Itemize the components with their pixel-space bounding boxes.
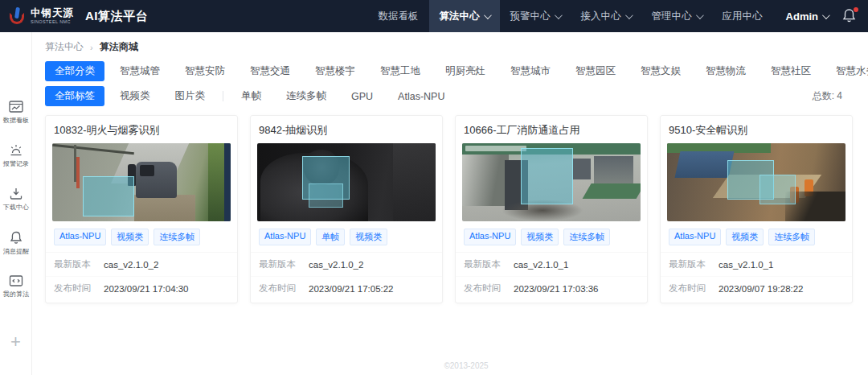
algorithm-preview-image: [462, 143, 641, 221]
publish-time-row: 发布时间 2023/09/21 17:04:30: [46, 277, 237, 303]
sidebar-add-button[interactable]: +: [10, 332, 21, 352]
tag-item[interactable]: 连续多帧: [276, 86, 336, 106]
version-row: 最新版本 cas_v2.1.0_2: [251, 253, 442, 277]
my-algorithms-icon: [9, 274, 23, 287]
publish-time-row: 发布时间 2023/09/21 17:03:36: [456, 277, 647, 303]
tag-chip: 连续多帧: [563, 229, 610, 245]
app-title: AI算法平台: [85, 9, 148, 24]
publish-time-label: 发布时间: [669, 282, 719, 295]
nav-access-center[interactable]: 接入中心: [571, 0, 641, 32]
breadcrumb: 算法中心 › 算法商城: [32, 32, 868, 59]
category-item[interactable]: 明厨亮灶: [436, 61, 495, 81]
tag-item[interactable]: 图片类: [166, 86, 215, 106]
category-item[interactable]: 智慧物流: [696, 61, 755, 81]
algorithm-title: 9510-安全帽识别: [661, 116, 852, 143]
sidebar-item-label: 报警记录: [2, 159, 28, 168]
algorithm-card-smoking[interactable]: 9842-抽烟识别 Atlas-NPU 单帧 视频类 最新版本 cas_v2.1…: [250, 115, 443, 303]
sidebar-item-alarm-records[interactable]: 报警记录: [2, 143, 30, 169]
version-label: 最新版本: [669, 258, 719, 270]
category-filter-row: 全部分类 智慧城管 智慧安防 智慧交通 智慧楼宇 智慧工地 明厨亮灶 智慧城市 …: [32, 59, 868, 84]
brand-logo[interactable]: 中钢天源 SINOSTEEL NMC: [8, 6, 74, 26]
version-value: cas_v2.1.0_1: [719, 260, 773, 270]
nav-label: 预警中心: [510, 0, 551, 32]
nav-label: 管理中心: [652, 0, 692, 32]
tag-item[interactable]: GPU: [342, 88, 383, 105]
user-menu[interactable]: Admin: [786, 10, 828, 23]
breadcrumb-algorithm-center[interactable]: 算法中心: [45, 40, 84, 54]
nav-application-center[interactable]: 应用中心: [712, 0, 773, 32]
nav-data-dashboard[interactable]: 数据看板: [368, 0, 429, 32]
algorithm-preview-image: [667, 143, 845, 221]
category-item[interactable]: 智慧文娱: [631, 61, 690, 81]
tag-chip: 连续多帧: [768, 229, 815, 245]
total-count-label: 总数:: [813, 90, 834, 101]
algorithm-card-safety-helmet[interactable]: 9510-安全帽识别 Atlas-NPU 视频类 连续多帧: [660, 115, 853, 303]
detection-box-overlay: [309, 183, 342, 207]
tag-chip: 视频类: [521, 229, 559, 245]
tag-group-divider: [223, 91, 223, 101]
dashboard-icon: [9, 101, 23, 113]
brand-name-cn: 中钢天源: [31, 8, 74, 19]
brand-name-en: SINOSTEEL NMC: [31, 20, 74, 25]
publish-time-row: 发布时间 2023/09/21 17:05:22: [251, 277, 442, 303]
notification-dot: [854, 7, 858, 12]
sidebar-item-label: 数据看板: [2, 116, 28, 125]
algorithm-tags: Atlas-NPU 视频类 连续多帧: [46, 221, 237, 253]
category-all[interactable]: 全部分类: [45, 61, 104, 81]
algorithm-title: 10666-工厂消防通道占用: [456, 116, 647, 143]
top-navigation: 数据看板 算法中心 预警中心 接入中心 管理中心 应用中心 Ad: [368, 0, 857, 32]
publish-time-value: 2023/09/21 17:03:36: [514, 284, 599, 294]
detection-box-overlay: [83, 176, 134, 216]
plus-icon: +: [10, 332, 21, 352]
tag-chip: 视频类: [350, 229, 387, 245]
nav-label: 接入中心: [581, 0, 621, 32]
tag-item[interactable]: 单帧: [231, 86, 271, 106]
tag-chip: 单帧: [316, 229, 345, 245]
chevron-down-icon: [625, 11, 633, 19]
left-sidebar: 数据看板 报警记录 下载中心 消息提醒: [0, 32, 32, 375]
nav-algorithm-center[interactable]: 算法中心: [429, 0, 500, 32]
publish-time-row: 发布时间 2023/09/07 19:28:22: [661, 277, 852, 303]
category-item[interactable]: 智慧城市: [501, 61, 560, 81]
publish-time-value: 2023/09/21 17:05:22: [309, 284, 394, 294]
sidebar-item-message-reminder[interactable]: 消息提醒: [2, 230, 30, 257]
nav-management-center[interactable]: 管理中心: [641, 0, 712, 32]
chevron-down-icon: [555, 11, 563, 19]
tag-chip: Atlas-NPU: [54, 229, 106, 245]
breadcrumb-separator: ›: [90, 43, 93, 52]
category-item[interactable]: 智慧安防: [175, 61, 235, 81]
sidebar-item-download-center[interactable]: 下载中心: [2, 187, 30, 212]
tag-item[interactable]: 视频类: [110, 86, 160, 106]
version-row: 最新版本 cas_v2.1.0_1: [456, 253, 647, 277]
sidebar-item-data-dashboard[interactable]: 数据看板: [2, 101, 30, 126]
tag-chip: Atlas-NPU: [259, 229, 311, 245]
category-item[interactable]: 智慧水务: [826, 61, 868, 81]
tag-item[interactable]: Atlas-NPU: [388, 88, 454, 105]
username: Admin: [786, 10, 818, 23]
tag-chip: Atlas-NPU: [464, 229, 516, 245]
version-label: 最新版本: [464, 258, 514, 270]
publish-time-label: 发布时间: [259, 282, 309, 295]
publish-time-value: 2023/09/07 19:28:22: [719, 284, 804, 294]
algorithm-card-fire-channel[interactable]: 10666-工厂消防通道占用 Atlas-NPU 视频类 连续多帧: [455, 115, 648, 303]
detection-box-overlay: [521, 148, 572, 204]
category-item[interactable]: 智慧园区: [566, 61, 625, 81]
sidebar-item-label: 下载中心: [2, 203, 28, 212]
tag-chip: Atlas-NPU: [669, 229, 721, 245]
notification-bell-icon[interactable]: [842, 8, 857, 24]
category-item[interactable]: 智慧楼宇: [305, 61, 365, 81]
total-count-value: 4: [837, 90, 842, 101]
tag-all[interactable]: 全部标签: [45, 86, 104, 106]
algorithm-card-fire-smoke[interactable]: 10832-明火与烟雾识别 Atlas-NPU 视频类: [45, 115, 238, 303]
algorithm-title: 10832-明火与烟雾识别: [46, 116, 237, 143]
tag-chip: 连续多帧: [154, 229, 200, 245]
category-item[interactable]: 智慧城管: [110, 61, 170, 81]
sidebar-item-my-algorithms[interactable]: 我的算法: [2, 274, 30, 299]
category-item[interactable]: 智慧工地: [371, 61, 430, 81]
publish-time-label: 发布时间: [464, 282, 514, 295]
publish-time-value: 2023/09/21 17:04:30: [104, 284, 189, 294]
category-item[interactable]: 智慧交通: [240, 61, 300, 81]
alarm-icon: [9, 143, 23, 157]
nav-alert-center[interactable]: 预警中心: [500, 0, 571, 32]
category-item[interactable]: 智慧社区: [761, 61, 821, 81]
